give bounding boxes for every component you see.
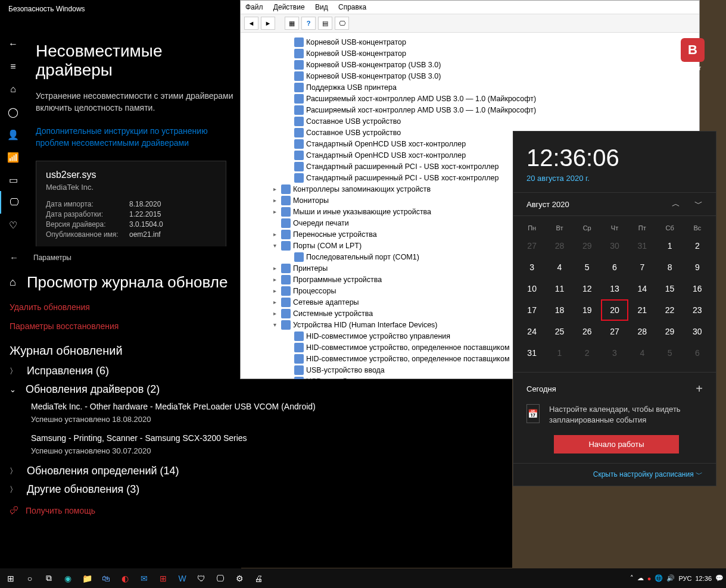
hide-agenda-link[interactable]: Скрыть настройку расписания ﹀ — [513, 463, 716, 486]
mail-icon[interactable]: ✉ — [136, 570, 152, 587]
tree-node[interactable]: Поддержка USB принтера — [253, 82, 699, 93]
calendar-day[interactable]: 4 — [628, 342, 656, 364]
calendar-day[interactable]: 26 — [574, 321, 601, 342]
calendar-day[interactable]: 1 — [656, 235, 683, 257]
help-link[interactable]: Дополнительные инструкции по устранению … — [36, 126, 241, 149]
calendar-day[interactable]: 20 — [601, 299, 628, 321]
section-definitions[interactable]: 〉Обновления определений (14) — [10, 465, 503, 477]
scan-button[interactable]: 🖵 — [335, 17, 349, 30]
calendar-day[interactable]: 13 — [601, 278, 628, 299]
edge-icon[interactable]: ◉ — [60, 570, 76, 587]
calendar-day[interactable]: 30 — [684, 321, 711, 342]
calendar-day[interactable]: 14 — [628, 278, 656, 299]
bitdefender-shortcut[interactable]: B ender — [675, 38, 711, 71]
app-icon[interactable]: ▭ — [0, 168, 26, 191]
tree-node[interactable]: Корневой USB-концентратор (USB 3.0) — [253, 70, 699, 82]
office-icon[interactable]: ⊞ — [155, 570, 172, 587]
explorer-icon[interactable]: 📁 — [79, 570, 95, 587]
help-button[interactable]: ? — [301, 17, 316, 30]
word-icon[interactable]: W — [174, 570, 191, 587]
settings-icon[interactable]: ⚙ — [231, 570, 248, 587]
calendar-day[interactable]: 21 — [628, 299, 656, 321]
calendar-day[interactable]: 11 — [546, 278, 573, 299]
calendar-day[interactable]: 27 — [518, 235, 546, 257]
tree-node[interactable]: Составное USB устройство — [253, 115, 699, 127]
expander-icon[interactable]: ▸ — [270, 299, 279, 305]
show-hide-button[interactable]: ▦ — [285, 17, 299, 30]
expander-icon[interactable]: ▾ — [270, 321, 279, 328]
devicemgr-icon[interactable]: 🖵 — [212, 570, 229, 587]
back-icon[interactable]: ← — [10, 252, 18, 262]
breadcrumb[interactable]: Параметры — [33, 254, 71, 262]
search-icon[interactable]: ○ — [21, 570, 38, 587]
next-month-button[interactable]: ﹀ — [694, 199, 703, 209]
section-drivers[interactable]: ⌄Обновления драйверов (2) — [10, 383, 503, 396]
calendar-day[interactable]: 2 — [574, 342, 601, 364]
tree-node[interactable]: Корневой USB-концентратор — [253, 36, 699, 48]
calendar-day[interactable]: 28 — [628, 321, 656, 342]
tree-node[interactable]: Корневой USB-концентратор (USB 3.0) — [253, 59, 699, 70]
section-other[interactable]: 〉Другие обновления (3) — [10, 483, 503, 496]
prev-month-button[interactable]: ︿ — [672, 199, 680, 209]
bitdefender-tray-icon[interactable]: ● — [647, 575, 652, 582]
calendar-day[interactable]: 1 — [546, 342, 573, 364]
device-icon[interactable]: 🖵 — [0, 191, 27, 214]
calendar-day[interactable]: 5 — [656, 342, 683, 364]
menu-view[interactable]: Вид — [315, 3, 328, 11]
calendar-day[interactable]: 15 — [656, 278, 683, 299]
calendar-day[interactable]: 9 — [684, 257, 711, 278]
shield-icon[interactable]: ◯ — [0, 101, 26, 123]
expander-icon[interactable]: ▸ — [270, 208, 279, 215]
language-indicator[interactable]: РУС — [678, 575, 691, 582]
account-icon[interactable]: 👤 — [0, 123, 26, 146]
calendar-day[interactable]: 27 — [601, 321, 628, 342]
calendar-day[interactable]: 18 — [546, 299, 573, 321]
calendar-day[interactable]: 5 — [574, 257, 601, 278]
calendar-day[interactable]: 19 — [574, 299, 601, 321]
get-started-button[interactable]: Начало работы — [554, 435, 679, 453]
taskview-icon[interactable]: ⧉ — [40, 570, 57, 587]
expander-icon[interactable]: ▸ — [270, 197, 279, 204]
printer-icon[interactable]: 🖨 — [250, 570, 267, 587]
calendar-day[interactable]: 4 — [546, 257, 573, 278]
volume-icon[interactable]: 🔊 — [666, 574, 675, 582]
clock[interactable]: 12:36 — [695, 575, 712, 582]
menu-help[interactable]: Справка — [338, 3, 366, 11]
calendar-day[interactable]: 25 — [546, 321, 573, 342]
expander-icon[interactable]: ▸ — [270, 276, 279, 283]
calendar-day[interactable]: 16 — [684, 278, 711, 299]
properties-button[interactable]: ▤ — [318, 17, 332, 30]
get-help-link[interactable]: 🗪Получить помощь — [10, 505, 503, 515]
calendar-day[interactable]: 12 — [574, 278, 601, 299]
notifications-icon[interactable]: 💬 — [715, 574, 724, 582]
calendar-day[interactable]: 3 — [601, 342, 628, 364]
add-event-button[interactable]: + — [696, 382, 703, 396]
calendar-day[interactable]: 6 — [601, 257, 628, 278]
tree-node[interactable]: Расширяемый хост-контроллер AMD USB 3.0 … — [253, 104, 699, 115]
menu-file[interactable]: Файл — [245, 3, 263, 11]
tray-icon[interactable]: ˄ — [630, 574, 634, 582]
home-icon[interactable]: ⌂ — [0, 78, 26, 101]
calendar-day[interactable]: 17 — [518, 299, 546, 321]
expander-icon[interactable]: ▸ — [270, 287, 279, 294]
menu-icon[interactable]: ≡ — [0, 55, 26, 78]
calendar-day[interactable]: 31 — [518, 342, 546, 364]
firewall-icon[interactable]: 📶 — [0, 146, 26, 168]
app-icon[interactable]: ◐ — [117, 570, 133, 587]
calendar-day[interactable]: 31 — [628, 235, 656, 257]
back-icon[interactable]: ← — [0, 33, 26, 55]
calendar-day[interactable]: 2 — [684, 235, 711, 257]
calendar-day[interactable]: 8 — [656, 257, 683, 278]
calendar-day[interactable]: 6 — [684, 342, 711, 364]
security-icon[interactable]: 🛡 — [193, 570, 210, 587]
calendar-day[interactable]: 30 — [601, 235, 628, 257]
calendar-day[interactable]: 28 — [546, 235, 573, 257]
calendar-day[interactable]: 10 — [518, 278, 546, 299]
home-icon[interactable]: ⌂ — [10, 276, 16, 289]
onedrive-icon[interactable]: ☁ — [637, 574, 644, 582]
network-icon[interactable]: 🌐 — [655, 574, 663, 582]
family-icon[interactable]: ♡ — [0, 214, 26, 236]
expander-icon[interactable]: ▸ — [270, 231, 279, 237]
expander-icon[interactable]: ▸ — [270, 186, 279, 192]
clock-date[interactable]: 20 августа 2020 г. — [513, 174, 716, 192]
